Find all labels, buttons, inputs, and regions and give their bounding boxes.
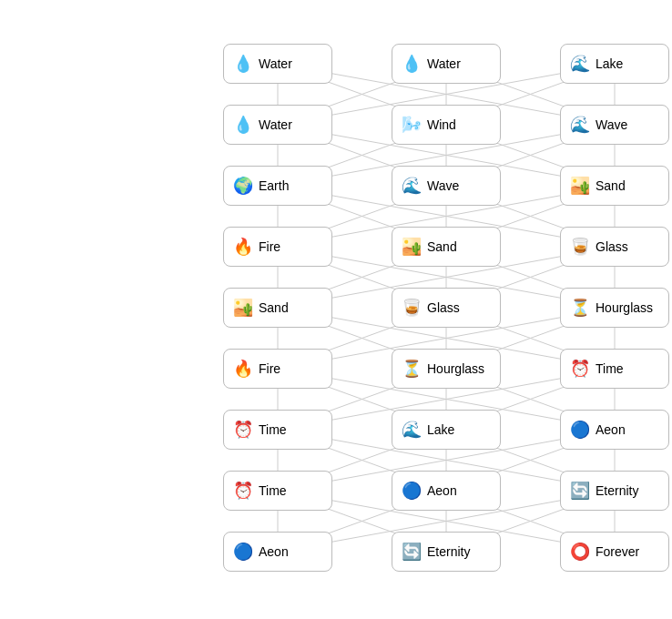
- node-time-r6-c0[interactable]: ⏰Time: [223, 410, 332, 450]
- node-icon: 🔄: [570, 481, 590, 501]
- node-label: Lake: [427, 422, 454, 437]
- node-label: Sand: [427, 239, 457, 254]
- node-glass-r4-c1[interactable]: 🥃Glass: [392, 288, 501, 328]
- node-label: Aeon: [259, 544, 289, 559]
- node-icon: 💧: [402, 54, 422, 74]
- node-icon: 🥃: [402, 298, 422, 318]
- node-icon: 🏜️: [233, 298, 253, 318]
- node-wind-r1-c1[interactable]: 🌬️Wind: [392, 105, 501, 145]
- node-label: Hourglass: [427, 361, 484, 376]
- node-wave-r2-c1[interactable]: 🌊Wave: [392, 166, 501, 206]
- node-eternity-r7-c2[interactable]: 🔄Eternity: [560, 471, 669, 511]
- node-sand-r3-c1[interactable]: 🏜️Sand: [392, 227, 501, 267]
- node-icon: 🥃: [570, 237, 590, 257]
- node-icon: ⏰: [233, 420, 253, 440]
- node-water-r1-c0[interactable]: 💧Water: [223, 105, 332, 145]
- node-forever-r8-c2[interactable]: ⭕Forever: [560, 532, 669, 572]
- node-sand-r4-c0[interactable]: 🏜️Sand: [223, 288, 332, 328]
- node-icon: ⏰: [233, 481, 253, 501]
- node-icon: 🌍: [233, 176, 253, 196]
- node-label: Fire: [259, 239, 280, 254]
- node-label: Wind: [427, 117, 456, 132]
- node-label: Hourglass: [596, 300, 653, 315]
- node-sand-r2-c2[interactable]: 🏜️Sand: [560, 166, 669, 206]
- node-icon: 🏜️: [570, 176, 590, 196]
- node-lake-r0-c2[interactable]: 🌊Lake: [560, 44, 669, 84]
- node-aeon-r8-c0[interactable]: 🔵Aeon: [223, 532, 332, 572]
- node-wave-r1-c2[interactable]: 🌊Wave: [560, 105, 669, 145]
- node-eternity-r8-c1[interactable]: 🔄Eternity: [392, 532, 501, 572]
- graph-container: 💧Water💧Water🌊Lake💧Water🌬️Wind🌊Wave🌍Earth…: [0, 0, 672, 619]
- node-icon: 🔵: [402, 481, 422, 501]
- node-glass-r3-c2[interactable]: 🥃Glass: [560, 227, 669, 267]
- node-label: Earth: [259, 178, 289, 193]
- node-label: Time: [259, 422, 287, 437]
- node-icon: 🔥: [233, 237, 253, 257]
- node-aeon-r6-c2[interactable]: 🔵Aeon: [560, 410, 669, 450]
- node-label: Time: [259, 483, 287, 498]
- node-label: Eternity: [427, 544, 470, 559]
- node-icon: ⏰: [570, 359, 590, 379]
- node-label: Aeon: [596, 422, 626, 437]
- node-label: Eternity: [596, 483, 638, 498]
- node-label: Lake: [596, 56, 623, 71]
- node-icon: ⭕: [570, 542, 590, 562]
- node-icon: 💧: [233, 54, 253, 74]
- node-hourglass-r4-c2[interactable]: ⏳Hourglass: [560, 288, 669, 328]
- node-icon: 🌊: [570, 115, 590, 135]
- node-label: Aeon: [427, 483, 457, 498]
- node-label: Time: [596, 361, 624, 376]
- node-icon: 🔵: [233, 542, 253, 562]
- node-icon: 🌬️: [402, 115, 422, 135]
- node-label: Glass: [596, 239, 628, 254]
- node-icon: 🌊: [402, 420, 422, 440]
- node-icon: 🔵: [570, 420, 590, 440]
- node-water-r0-c1[interactable]: 💧Water: [392, 44, 501, 84]
- node-time-r5-c2[interactable]: ⏰Time: [560, 349, 669, 389]
- node-icon: 🔥: [233, 359, 253, 379]
- node-icon: 🔄: [402, 542, 422, 562]
- node-icon: 🌊: [402, 176, 422, 196]
- node-label: Water: [259, 56, 292, 71]
- node-label: Wave: [427, 178, 459, 193]
- node-lake-r6-c1[interactable]: 🌊Lake: [392, 410, 501, 450]
- node-label: Water: [427, 56, 461, 71]
- node-icon: 🏜️: [402, 237, 422, 257]
- node-water-r0-c0[interactable]: 💧Water: [223, 44, 332, 84]
- node-aeon-r7-c1[interactable]: 🔵Aeon: [392, 471, 501, 511]
- node-earth-r2-c0[interactable]: 🌍Earth: [223, 166, 332, 206]
- node-fire-r5-c0[interactable]: 🔥Fire: [223, 349, 332, 389]
- node-label: Sand: [259, 300, 289, 315]
- node-hourglass-r5-c1[interactable]: ⏳Hourglass: [392, 349, 501, 389]
- node-label: Water: [259, 117, 292, 132]
- node-label: Forever: [596, 544, 639, 559]
- node-label: Glass: [427, 300, 460, 315]
- node-label: Sand: [596, 178, 626, 193]
- node-label: Fire: [259, 361, 280, 376]
- node-icon: ⏳: [570, 298, 590, 318]
- node-icon: ⏳: [402, 359, 422, 379]
- node-label: Wave: [596, 117, 627, 132]
- node-time-r7-c0[interactable]: ⏰Time: [223, 471, 332, 511]
- node-fire-r3-c0[interactable]: 🔥Fire: [223, 227, 332, 267]
- node-icon: 🌊: [570, 54, 590, 74]
- node-icon: 💧: [233, 115, 253, 135]
